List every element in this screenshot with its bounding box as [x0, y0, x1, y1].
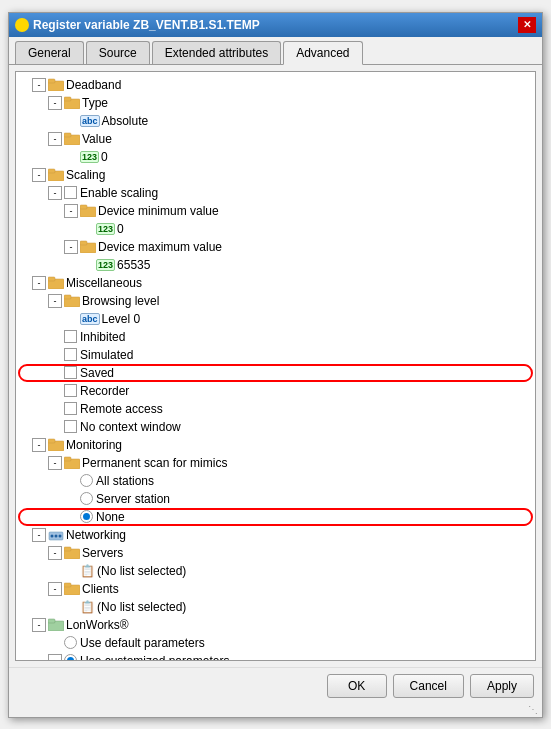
list-item[interactable]: All stations	[16, 472, 535, 490]
cancel-button[interactable]: Cancel	[393, 674, 464, 698]
svg-rect-9	[80, 205, 87, 209]
none-radio[interactable]	[80, 510, 93, 523]
list-item[interactable]: None	[16, 508, 535, 526]
expand-networking[interactable]: -	[32, 528, 46, 542]
saved-checkbox[interactable]	[64, 366, 77, 379]
device-max-label: Device maximum value	[98, 240, 222, 254]
svg-rect-5	[64, 133, 71, 137]
expand-lonworks[interactable]: -	[32, 618, 46, 632]
tab-advanced[interactable]: Advanced	[283, 41, 362, 65]
list-item[interactable]: Server station	[16, 490, 535, 508]
simulated-checkbox[interactable]	[64, 348, 77, 361]
expand-device-max[interactable]: -	[64, 240, 78, 254]
list-item[interactable]: 123 65535	[16, 256, 535, 274]
footer: OK Cancel Apply	[9, 667, 542, 704]
folder-icon	[64, 582, 80, 595]
saved-label: Saved	[80, 366, 114, 380]
expand-misc[interactable]: -	[32, 276, 46, 290]
list-item[interactable]: - Value	[16, 130, 535, 148]
expand-browsing[interactable]: -	[48, 294, 62, 308]
expand-perm-scan[interactable]: -	[48, 456, 62, 470]
all-stations-radio[interactable]	[80, 474, 93, 487]
list-item[interactable]: - LonWorks®	[16, 616, 535, 634]
expand-type[interactable]: -	[48, 96, 62, 110]
list-item[interactable]: - Miscellaneous	[16, 274, 535, 292]
folder-icon	[80, 204, 96, 217]
num-icon: 123	[96, 223, 115, 235]
folder-icon	[64, 456, 80, 469]
svg-rect-15	[64, 295, 71, 299]
misc-label: Miscellaneous	[66, 276, 142, 290]
list-item[interactable]: - Servers	[16, 544, 535, 562]
list-item[interactable]: Saved	[16, 364, 535, 382]
svg-rect-25	[64, 547, 71, 551]
list-item[interactable]: - Device minimum value	[16, 202, 535, 220]
folder-icon	[48, 168, 64, 181]
list-item[interactable]: - Scaling	[16, 166, 535, 184]
tab-bar: General Source Extended attributes Advan…	[9, 37, 542, 65]
list-item[interactable]: Simulated	[16, 346, 535, 364]
list-icon: 📋	[80, 564, 95, 578]
no-context-label: No context window	[80, 420, 181, 434]
expand-enable-scaling[interactable]: -	[48, 186, 62, 200]
apply-button[interactable]: Apply	[470, 674, 534, 698]
expand-value[interactable]: -	[48, 132, 62, 146]
clients-val-label: (No list selected)	[97, 600, 186, 614]
networking-label: Networking	[66, 528, 126, 542]
window-title: Register variable ZB_VENT.B1.S1.TEMP	[33, 18, 260, 32]
tab-source[interactable]: Source	[86, 41, 150, 64]
tab-extended[interactable]: Extended attributes	[152, 41, 281, 64]
list-item[interactable]: Remote access	[16, 400, 535, 418]
expand-monitoring[interactable]: -	[32, 438, 46, 452]
no-context-checkbox[interactable]	[64, 420, 77, 433]
list-item[interactable]: 123 0	[16, 148, 535, 166]
servers-label: Servers	[82, 546, 123, 560]
inhibited-checkbox[interactable]	[64, 330, 77, 343]
list-item[interactable]: - Networking	[16, 526, 535, 544]
list-item[interactable]: - Monitoring	[16, 436, 535, 454]
list-item[interactable]: - Enable scaling	[16, 184, 535, 202]
server-station-radio[interactable]	[80, 492, 93, 505]
list-item[interactable]: - Use customized parameters	[16, 652, 535, 661]
tree-panel[interactable]: - Deadband - Type abc Absolute	[15, 71, 536, 661]
expand-customized[interactable]: -	[48, 654, 62, 661]
use-customized-radio[interactable]	[64, 654, 77, 661]
list-item[interactable]: Inhibited	[16, 328, 535, 346]
list-item[interactable]: 📋 (No list selected)	[16, 562, 535, 580]
close-button[interactable]: ✕	[518, 17, 536, 33]
list-item[interactable]: Use default parameters	[16, 634, 535, 652]
expand-scaling[interactable]: -	[32, 168, 46, 182]
svg-point-21	[51, 535, 54, 538]
list-item[interactable]: - Browsing level	[16, 292, 535, 310]
list-item[interactable]: - Device maximum value	[16, 238, 535, 256]
list-item[interactable]: abc Absolute	[16, 112, 535, 130]
svg-rect-11	[80, 241, 87, 245]
expand-clients[interactable]: -	[48, 582, 62, 596]
expand-servers[interactable]: -	[48, 546, 62, 560]
ok-button[interactable]: OK	[327, 674, 387, 698]
list-item[interactable]: - Permanent scan for mimics	[16, 454, 535, 472]
lonworks-label: LonWorks®	[66, 618, 129, 632]
enable-scaling-checkbox[interactable]	[64, 186, 77, 199]
list-item[interactable]: - Type	[16, 94, 535, 112]
browsing-label: Browsing level	[82, 294, 159, 308]
servers-val-label: (No list selected)	[97, 564, 186, 578]
device-min-label: Device minimum value	[98, 204, 219, 218]
list-item[interactable]: abc Level 0	[16, 310, 535, 328]
tab-general[interactable]: General	[15, 41, 84, 64]
clients-label: Clients	[82, 582, 119, 596]
list-item[interactable]: - Clients	[16, 580, 535, 598]
list-item[interactable]: Recorder	[16, 382, 535, 400]
expand-device-min[interactable]: -	[64, 204, 78, 218]
abc-icon: abc	[80, 313, 100, 325]
expand-deadband[interactable]: -	[32, 78, 46, 92]
recorder-checkbox[interactable]	[64, 384, 77, 397]
list-item[interactable]: No context window	[16, 418, 535, 436]
simulated-label: Simulated	[80, 348, 133, 362]
use-default-radio[interactable]	[64, 636, 77, 649]
list-item[interactable]: 123 0	[16, 220, 535, 238]
list-item[interactable]: - Deadband	[16, 76, 535, 94]
list-item[interactable]: 📋 (No list selected)	[16, 598, 535, 616]
main-window: Register variable ZB_VENT.B1.S1.TEMP ✕ G…	[8, 12, 543, 718]
remote-access-checkbox[interactable]	[64, 402, 77, 415]
